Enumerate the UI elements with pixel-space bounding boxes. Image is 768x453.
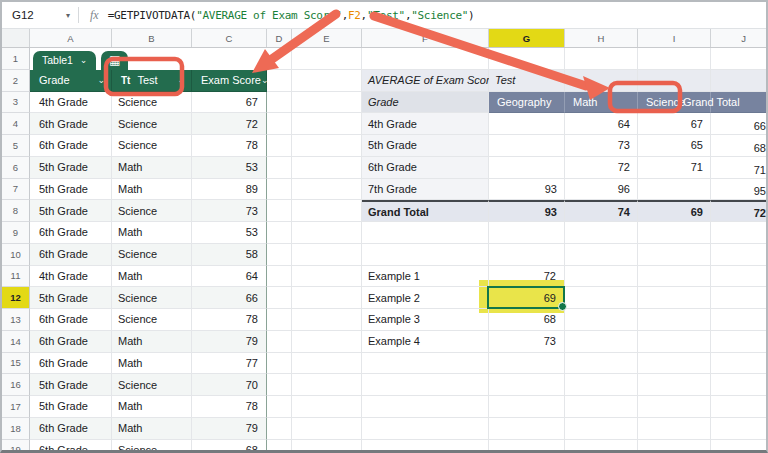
cell[interactable] <box>711 396 766 418</box>
row-header[interactable]: 13 <box>2 309 30 331</box>
cell[interactable] <box>292 396 362 418</box>
cell[interactable]: Math <box>112 157 192 179</box>
example-value[interactable]: 72 <box>489 266 565 288</box>
column-header-g-highlighted[interactable]: G <box>489 29 565 47</box>
cell[interactable] <box>638 222 711 244</box>
cell[interactable]: Science <box>112 135 192 157</box>
cell[interactable] <box>267 266 292 288</box>
pivot-col-header-grand-total[interactable]: Grand Total <box>711 92 766 114</box>
name-box-caret-icon[interactable]: ▾ <box>66 11 70 20</box>
cell[interactable]: 58 <box>192 244 267 266</box>
cell[interactable] <box>267 418 292 440</box>
row-header[interactable]: 15 <box>2 353 30 375</box>
cell[interactable] <box>489 113 565 135</box>
cell[interactable]: Math <box>112 222 192 244</box>
cell[interactable]: 72 <box>192 113 267 135</box>
cell[interactable]: 4th Grade <box>30 92 112 114</box>
cell[interactable] <box>565 331 638 353</box>
formula-input[interactable]: =GETPIVOTDATA("AVERAGE of Exam Score",F2… <box>108 9 475 22</box>
pivot-title-cell[interactable]: AVERAGE of Exam Score <box>362 70 489 92</box>
pivot-row-label[interactable]: 6th Grade <box>362 157 489 179</box>
row-header[interactable]: 5 <box>2 135 30 157</box>
cell[interactable] <box>711 309 766 331</box>
cell[interactable] <box>292 331 362 353</box>
cell[interactable]: 73 <box>192 200 267 222</box>
cell[interactable] <box>711 222 766 244</box>
cell[interactable] <box>362 374 489 396</box>
cell[interactable] <box>638 396 711 418</box>
cell[interactable] <box>267 113 292 135</box>
cell[interactable]: 5th Grade <box>30 396 112 418</box>
cell[interactable] <box>267 396 292 418</box>
table1-header-grade[interactable]: Grade ⌄ <box>30 70 112 92</box>
cell[interactable] <box>292 92 362 114</box>
cell[interactable] <box>292 309 362 331</box>
cell[interactable] <box>292 440 362 453</box>
cell[interactable] <box>267 70 292 92</box>
pivot-row-label[interactable]: 7th Grade <box>362 179 489 201</box>
cell[interactable]: 6th Grade <box>30 222 112 244</box>
cell[interactable]: 6th Grade <box>30 135 112 157</box>
cell[interactable] <box>638 70 711 92</box>
cell[interactable] <box>565 48 638 70</box>
cell[interactable] <box>267 135 292 157</box>
row-header[interactable]: 10 <box>2 244 30 266</box>
cell[interactable] <box>489 374 565 396</box>
chevron-down-icon[interactable]: ⌄ <box>97 75 105 85</box>
cell[interactable]: Science <box>112 244 192 266</box>
column-header-c[interactable]: C <box>192 29 267 47</box>
table1-header-test[interactable]: Tt Test ⌄ <box>112 70 192 92</box>
cell[interactable] <box>489 396 565 418</box>
cell[interactable]: 72 <box>565 157 638 179</box>
cell[interactable]: 5th Grade <box>30 157 112 179</box>
example-label[interactable]: Example 1 <box>362 266 489 288</box>
cell[interactable]: 65 <box>638 135 711 157</box>
cell[interactable] <box>565 374 638 396</box>
cell[interactable]: 78 <box>192 396 267 418</box>
cell[interactable] <box>489 222 565 244</box>
cell[interactable] <box>711 48 766 70</box>
selected-cell-g12[interactable]: 69 <box>489 287 565 309</box>
chevron-down-icon[interactable]: ⌄ <box>177 75 185 85</box>
cell[interactable] <box>292 70 362 92</box>
cell[interactable]: 89 <box>192 179 267 201</box>
cell[interactable] <box>565 222 638 244</box>
cell[interactable] <box>292 113 362 135</box>
cell[interactable] <box>292 135 362 157</box>
cell[interactable] <box>638 287 711 309</box>
cell[interactable]: Math <box>112 331 192 353</box>
cell[interactable]: 93 <box>489 200 565 222</box>
column-header-b[interactable]: B <box>112 29 192 47</box>
cell[interactable]: Math <box>112 396 192 418</box>
cell[interactable]: Math <box>112 266 192 288</box>
cell[interactable]: Science <box>112 92 192 114</box>
cell[interactable]: Math <box>112 353 192 375</box>
column-header-d[interactable]: D <box>267 29 292 47</box>
cell[interactable] <box>267 374 292 396</box>
cell[interactable]: 74 <box>565 200 638 222</box>
cell[interactable] <box>489 353 565 375</box>
table1-name-chip[interactable]: Table1 ⌄ <box>33 51 96 70</box>
cell[interactable]: Science <box>112 440 192 453</box>
cell[interactable] <box>565 70 638 92</box>
cell[interactable] <box>362 396 489 418</box>
row-header[interactable]: 16 <box>2 374 30 396</box>
cell[interactable] <box>267 244 292 266</box>
row-header[interactable]: 8 <box>2 200 30 222</box>
cell[interactable] <box>638 266 711 288</box>
row-header[interactable]: 7 <box>2 179 30 201</box>
cell[interactable] <box>292 374 362 396</box>
cell[interactable]: 6th Grade <box>30 244 112 266</box>
cell[interactable]: 78 <box>192 135 267 157</box>
pivot-grand-total-label[interactable]: Grand Total <box>362 200 489 222</box>
cell[interactable] <box>489 48 565 70</box>
pivot-row-label[interactable]: 4th Grade <box>362 113 489 135</box>
cell[interactable]: Math <box>112 179 192 201</box>
row-header[interactable]: 17 <box>2 396 30 418</box>
cell[interactable]: Science <box>112 309 192 331</box>
cell[interactable] <box>565 353 638 375</box>
cell[interactable] <box>638 48 711 70</box>
cell[interactable] <box>638 309 711 331</box>
cell[interactable] <box>267 157 292 179</box>
cell[interactable] <box>292 418 362 440</box>
